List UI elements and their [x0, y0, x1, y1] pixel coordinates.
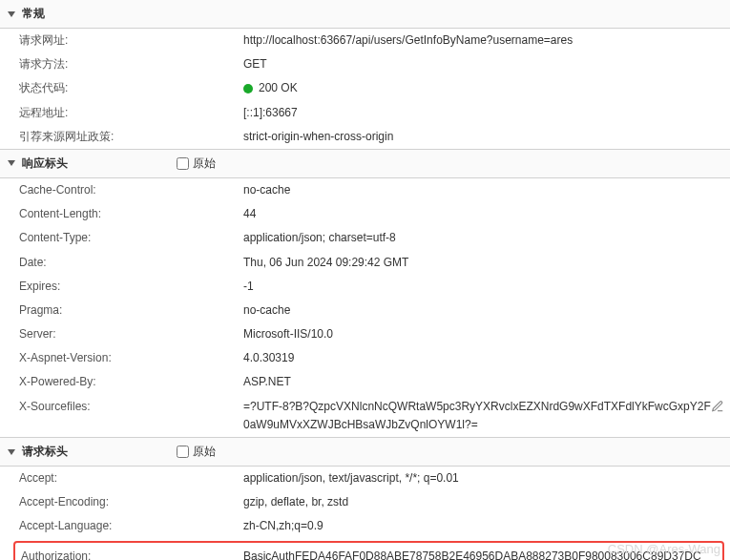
- label: Server:: [19, 325, 243, 343]
- status-text: 200 OK: [259, 81, 298, 94]
- authorization-highlight: Authorization:BasicAuthFEDA46FAF0D88ABE7…: [13, 541, 724, 560]
- row-expires: Expires:-1: [0, 275, 730, 299]
- label-status-code: 状态代码:: [19, 79, 243, 97]
- raw-checkbox-response[interactable]: 原始: [177, 156, 216, 172]
- label: Pragma:: [19, 301, 243, 320]
- value: =?UTF-8?B?QzpcVXNlcnNcQWRtaW5pc3RyYXRvcl…: [243, 398, 730, 434]
- row-accept: Accept:application/json, text/javascript…: [0, 467, 730, 490]
- value-text: =?UTF-8?B?QzpcVXNlcnNcQWRtaW5pc3RyYXRvcl…: [243, 400, 711, 431]
- section-header-general[interactable]: 常规: [0, 0, 730, 29]
- label: Content-Type:: [19, 229, 243, 247]
- edit-icon[interactable]: [711, 400, 724, 419]
- value: ASP.NET: [243, 373, 730, 391]
- label: Authorization:: [21, 548, 243, 560]
- value: no-cache: [243, 301, 730, 320]
- row-status-code: 状态代码: 200 OK: [0, 76, 730, 100]
- label: X-Powered-By:: [19, 373, 243, 391]
- row-x-sourcefiles: X-Sourcefiles: =?UTF-8?B?QzpcVXNlcnNcQWR…: [0, 395, 730, 437]
- row-content-length: Content-Length:44: [0, 202, 730, 226]
- value: zh-CN,zh;q=0.9: [243, 517, 730, 535]
- label: X-Aspnet-Version:: [19, 349, 243, 367]
- collapse-triangle-icon: [8, 449, 15, 455]
- value-request-method: GET: [243, 55, 730, 73]
- value: 4.0.30319: [243, 349, 730, 367]
- value: no-cache: [243, 181, 730, 199]
- raw-checkbox-input[interactable]: [177, 446, 189, 458]
- label: Accept:: [19, 469, 243, 487]
- row-content-type: Content-Type:application/json; charset=u…: [0, 226, 730, 250]
- label-referrer-policy: 引荐来源网址政策:: [19, 128, 243, 146]
- value: application/json; charset=utf-8: [243, 229, 730, 247]
- raw-checkbox-input[interactable]: [177, 157, 189, 170]
- value-referrer-policy: strict-origin-when-cross-origin: [243, 128, 730, 146]
- value-request-url: http://localhost:63667/api/users/GetInfo…: [243, 31, 730, 50]
- value: -1: [243, 278, 730, 296]
- row-referrer-policy: 引荐来源网址政策: strict-origin-when-cross-origi…: [0, 125, 730, 149]
- label: Cache-Control:: [19, 181, 243, 199]
- raw-checkbox-request[interactable]: 原始: [177, 444, 216, 460]
- value: application/json, text/javascript, */*; …: [243, 469, 730, 487]
- value: Microsoft-IIS/10.0: [243, 325, 730, 343]
- label: X-Sourcefiles:: [19, 398, 243, 434]
- row-server: Server:Microsoft-IIS/10.0: [0, 322, 730, 346]
- value: gzip, deflate, br, zstd: [243, 493, 730, 511]
- label-remote-address: 远程地址:: [19, 104, 243, 122]
- value-remote-address: [::1]:63667: [243, 104, 730, 122]
- label-request-method: 请求方法:: [19, 55, 243, 73]
- row-accept-encoding: Accept-Encoding:gzip, deflate, br, zstd: [0, 490, 730, 514]
- label: Expires:: [19, 278, 243, 296]
- collapse-triangle-icon: [8, 160, 15, 166]
- section-header-request[interactable]: 请求标头 原始: [0, 437, 730, 467]
- value: 44: [243, 205, 730, 223]
- row-request-method: 请求方法: GET: [0, 52, 730, 76]
- value-status-code: 200 OK: [243, 79, 730, 97]
- row-accept-language: Accept-Language:zh-CN,zh;q=0.9: [0, 514, 730, 538]
- collapse-triangle-icon: [8, 11, 15, 17]
- label: Accept-Encoding:: [19, 493, 243, 511]
- row-x-powered-by: X-Powered-By:ASP.NET: [0, 370, 730, 394]
- raw-checkbox-label: 原始: [193, 156, 216, 172]
- section-title: 请求标头: [22, 444, 68, 460]
- row-date: Date:Thu, 06 Jun 2024 09:29:42 GMT: [0, 251, 730, 275]
- value: Thu, 06 Jun 2024 09:29:42 GMT: [243, 254, 730, 272]
- row-authorization: Authorization:BasicAuthFEDA46FAF0D88ABE7…: [19, 545, 722, 560]
- section-title: 响应标头: [22, 156, 68, 172]
- row-remote-address: 远程地址: [::1]:63667: [0, 101, 730, 125]
- label: Accept-Language:: [19, 517, 243, 535]
- status-dot-icon: [243, 84, 253, 93]
- section-header-response[interactable]: 响应标头 原始: [0, 149, 730, 178]
- row-pragma: Pragma:no-cache: [0, 299, 730, 322]
- label: Date:: [19, 254, 243, 272]
- value: BasicAuthFEDA46FAF0D88ABE78758B2E46956DA…: [243, 548, 722, 560]
- row-x-aspnet-version: X-Aspnet-Version:4.0.30319: [0, 346, 730, 370]
- row-request-url: 请求网址: http://localhost:63667/api/users/G…: [0, 29, 730, 52]
- label-request-url: 请求网址:: [19, 31, 243, 50]
- raw-checkbox-label: 原始: [193, 444, 216, 460]
- label: Content-Length:: [19, 205, 243, 223]
- row-cache-control: Cache-Control:no-cache: [0, 178, 730, 202]
- section-title: 常规: [22, 6, 45, 22]
